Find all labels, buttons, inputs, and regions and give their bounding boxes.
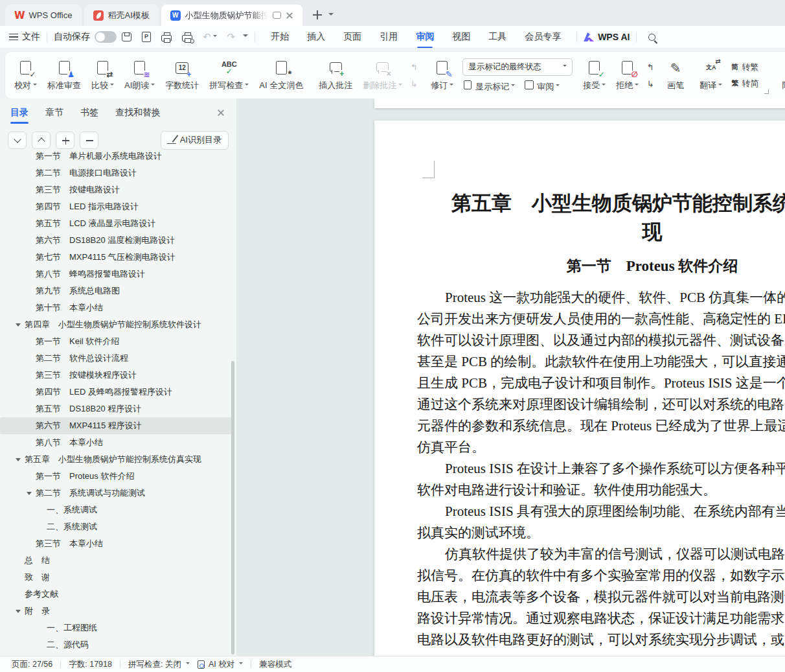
document-page[interactable]: 第五章 小型生物质锅炉节能控制系统仿真实 现 第一节 Proteus 软件介绍 …	[374, 121, 785, 656]
reject-change-button[interactable]: ∅ 拒绝	[611, 57, 644, 94]
new-tab-button[interactable]	[310, 8, 324, 22]
collapse-triangle-icon[interactable]	[16, 458, 21, 464]
next-comment-icon[interactable]: ↳	[407, 78, 420, 89]
spell-check-button[interactable]: ABC✓ 拼写检查	[204, 57, 254, 94]
menu-tab-membership[interactable]: 会员专享	[525, 31, 561, 43]
toc-item[interactable]: 第四节 LED 及蜂鸣器报警程序设计	[0, 384, 231, 400]
wps-ai-button[interactable]: WPS AI	[584, 32, 630, 42]
toc-item[interactable]: 第一节 单片机最小系统电路设计	[0, 148, 231, 165]
expand-all-button[interactable]	[56, 132, 74, 149]
search-button[interactable]	[648, 34, 655, 41]
toc-item[interactable]: 第九节 系统总电路图	[0, 283, 231, 299]
proofread-button[interactable]: ✓ 校对	[9, 57, 42, 94]
toc-item[interactable]: 第四节 LED 指示电路设计	[0, 198, 231, 215]
expand-item-button[interactable]	[8, 132, 27, 149]
previous-comment-icon[interactable]: ↰	[407, 61, 420, 73]
reviewing-pane-button[interactable]: 审阅	[524, 80, 560, 93]
ai-polish-button[interactable]: * AI 全文润色	[254, 57, 308, 94]
toc-item[interactable]: 第七节 MXP4115 气压检测电路设计	[0, 249, 231, 266]
close-sidebar-icon[interactable]	[217, 109, 225, 117]
ai-proofread-status[interactable]: AI 校对	[198, 659, 243, 670]
menu-tab-view[interactable]: 视图	[452, 31, 470, 43]
toc-item[interactable]: 第三节 按键电路设计	[0, 181, 231, 198]
toc-item[interactable]: 致 谢	[0, 569, 231, 586]
to-traditional-button[interactable]: 简转繁	[731, 62, 758, 73]
compare-button[interactable]: ⇄ 比较	[86, 57, 119, 94]
delete-comment-button[interactable]: × 删除批注	[358, 57, 407, 94]
toc-item[interactable]: 一、工程图纸	[0, 620, 231, 636]
menu-tab-insert[interactable]: 插入	[307, 31, 325, 43]
tab-list-caret-icon[interactable]	[328, 13, 334, 18]
standard-review-button[interactable]: ♟ 标准审查	[42, 57, 86, 94]
toc-item[interactable]: 第六节 DS18B20 温度检测电路设计	[0, 232, 231, 249]
export-pdf-button[interactable]: P	[142, 32, 151, 42]
toc-item[interactable]: 参考文献	[0, 586, 231, 603]
menu-tab-tools[interactable]: 工具	[488, 31, 506, 43]
print-button[interactable]	[161, 33, 172, 41]
toc-item[interactable]: 第十节 本章小结	[0, 299, 231, 316]
spell-check-status[interactable]: 拼写检查: 关闭	[128, 659, 190, 670]
file-menu-button[interactable]: 文件	[9, 31, 40, 43]
tab-current-document[interactable]: W 小型生物质锅炉节能控制系统	[161, 5, 302, 26]
toc-item[interactable]: 一、系统调试	[0, 502, 231, 518]
document-viewport[interactable]: 第五章 小型生物质锅炉节能控制系统仿真实 现 第一节 Proteus 软件介绍 …	[236, 98, 785, 656]
collapse-item-button[interactable]	[32, 132, 51, 149]
toc-item[interactable]: 第二节 软件总设计流程	[0, 350, 231, 367]
toc-item[interactable]: 第一节 Keil 软件介绍	[0, 333, 231, 350]
undo-caret-icon[interactable]	[213, 35, 217, 39]
previous-change-icon[interactable]: ↰	[644, 61, 657, 73]
float-window-icon[interactable]	[273, 12, 281, 19]
to-simplified-button[interactable]: 繁转简	[731, 78, 758, 89]
toc-item[interactable]: 第八节 本章小结	[0, 434, 231, 451]
toc-item[interactable]: 第五节 LCD 液晶显示电路设计	[0, 215, 231, 232]
insert-comment-button[interactable]: + 插入批注	[313, 57, 358, 94]
ai-recognize-toc-button[interactable]: AI识别目录	[161, 131, 229, 150]
menu-tab-review[interactable]: 审阅	[416, 31, 434, 43]
collapse-all-button[interactable]	[80, 132, 98, 149]
restrict-editing-button[interactable]: 限制编辑	[777, 57, 785, 94]
track-changes-button[interactable]: ✎ 修订	[426, 57, 459, 94]
menu-tab-reference[interactable]: 引用	[380, 31, 398, 43]
collapse-triangle-icon[interactable]	[16, 610, 21, 616]
toc-item[interactable]: 总 结	[0, 552, 231, 569]
autosave-toggle[interactable]	[95, 31, 117, 43]
toc-item[interactable]: 第四章 小型生物质锅炉节能控制系统软件设计	[0, 316, 231, 333]
toc-item[interactable]: 第八节 蜂鸣器报警电路设计	[0, 266, 231, 283]
tab-docer-templates[interactable]: 稻壳AI模板	[84, 5, 159, 26]
translate-button[interactable]: 文A⇄ 翻译	[694, 57, 727, 94]
toc-item[interactable]: 二、系统测试	[0, 518, 231, 535]
toc-item[interactable]: 附 录	[0, 603, 231, 620]
toc-item[interactable]: 第一节 Proteus 软件介绍	[0, 468, 231, 485]
toc-item[interactable]: 第三节 本章小结	[0, 535, 231, 552]
sidebar-tab-chapters[interactable]: 章节	[45, 107, 63, 119]
toc-item[interactable]: 第六节 MXP4115 程序设计	[0, 417, 231, 434]
print-preview-button[interactable]	[182, 33, 192, 41]
toc-item[interactable]: 第二节 系统调试与功能测试	[0, 485, 231, 502]
toc-item[interactable]: 第五章 小型生物质锅炉节能控制系统仿真实现	[0, 451, 231, 468]
accept-change-button[interactable]: ✓ 接受	[578, 57, 611, 94]
save-button[interactable]	[122, 32, 131, 41]
ai-read-aloud-button[interactable]: ≋ AI朗读	[119, 57, 160, 94]
sidebar-tab-find-replace[interactable]: 查找和替换	[115, 107, 161, 119]
next-change-icon[interactable]: ↳	[644, 78, 657, 89]
sidebar-tab-contents[interactable]: 目录	[10, 107, 28, 119]
redo-button[interactable]: ↷	[227, 31, 236, 43]
menu-tab-page[interactable]: 页面	[343, 31, 361, 43]
toc-item[interactable]: 第五节 DS18B20 程序设计	[0, 400, 231, 417]
quickbar-more-caret-icon[interactable]	[243, 34, 248, 40]
show-markup-button[interactable]: 显示标记	[462, 80, 515, 93]
ink-pen-button[interactable]: ✎ 画笔	[662, 57, 689, 94]
collapse-triangle-icon[interactable]	[27, 492, 32, 498]
sidebar-scrollbar[interactable]	[231, 361, 234, 655]
sidebar-tab-bookmarks[interactable]: 书签	[80, 107, 98, 119]
toc-item[interactable]: 二、源代码	[0, 636, 231, 653]
group-expand-icon[interactable]	[764, 89, 769, 94]
tab-wps-office[interactable]: W WPS Office	[5, 5, 82, 26]
menu-tab-home[interactable]: 开始	[271, 31, 289, 43]
toc-item[interactable]: 第三节 按键模块程序设计	[0, 367, 231, 384]
undo-button[interactable]: ↶	[203, 31, 217, 43]
collapse-triangle-icon[interactable]	[16, 323, 21, 329]
word-count-button[interactable]: 12+ 字数统计	[160, 57, 204, 94]
toc-item[interactable]: 第二节 电源接口电路设计	[0, 165, 231, 181]
markup-state-dropdown[interactable]: 显示标记的最终状态	[462, 58, 573, 76]
